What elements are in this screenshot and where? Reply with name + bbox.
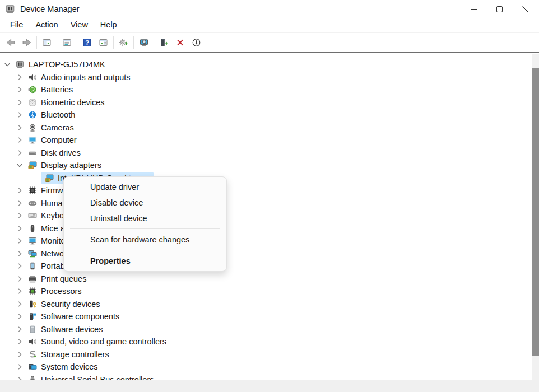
network-icon — [27, 249, 37, 258]
tree-row[interactable]: Storage controllers — [0, 348, 532, 361]
properties-window-icon[interactable] — [59, 35, 75, 50]
status-bar — [0, 380, 539, 392]
chevron-right-icon[interactable] — [15, 98, 24, 107]
tree-row[interactable]: Sound, video and game controllers — [0, 335, 532, 348]
storage-controller-icon — [27, 350, 37, 359]
chevron-right-icon[interactable] — [15, 236, 24, 245]
forward-arrow-icon[interactable] — [18, 35, 35, 50]
chevron-right-icon[interactable] — [15, 325, 24, 334]
chevron-right-icon[interactable] — [15, 85, 24, 94]
menu-view[interactable]: View — [64, 18, 94, 31]
gear-arrow-icon[interactable] — [115, 35, 132, 50]
display-adapter-icon — [44, 174, 54, 183]
chevron-right-icon[interactable] — [15, 312, 24, 321]
chevron-right-icon[interactable] — [15, 300, 24, 309]
tree-row[interactable]: Bluetooth — [0, 109, 532, 122]
chevron-right-icon[interactable] — [15, 136, 24, 144]
display-adapter-icon — [27, 161, 37, 170]
toolbar-separator — [36, 36, 37, 49]
toolbar-divider — [0, 52, 539, 53]
battery-icon — [27, 85, 37, 94]
device-manager-window: Device Manager FileActionViewHelp ? LAPT… — [0, 0, 539, 392]
keyboard-icon — [27, 211, 37, 220]
chevron-right-icon[interactable] — [15, 337, 24, 346]
menu-help[interactable]: Help — [94, 18, 123, 31]
chevron-right-icon[interactable] — [15, 375, 24, 380]
context-menu-item-update-driver[interactable]: Update driver — [64, 179, 226, 195]
chevron-right-icon[interactable] — [15, 186, 24, 195]
context-menu-item-scan-for-hardware-changes[interactable]: Scan for hardware changes — [64, 232, 226, 248]
chevron-right-icon[interactable] — [15, 199, 24, 208]
menu-file[interactable]: File — [4, 18, 29, 31]
tree-row[interactable]: Software components — [0, 310, 532, 323]
tree-row[interactable]: Biometric devices — [0, 96, 532, 109]
maximize-button-icon[interactable] — [486, 0, 512, 18]
monitor-icon — [27, 236, 37, 245]
menu-bar: FileActionViewHelp — [0, 18, 539, 33]
tree-row[interactable]: Audio inputs and outputs — [0, 71, 532, 84]
chevron-right-icon[interactable] — [15, 262, 24, 270]
tree-row[interactable]: System devices — [0, 361, 532, 374]
toolbar: ? — [0, 33, 539, 52]
monitor-icon — [27, 136, 37, 144]
chevron-right-icon[interactable] — [15, 274, 24, 283]
chevron-down-icon[interactable] — [15, 161, 24, 170]
tree-row[interactable]: Display adapters — [0, 159, 532, 172]
show-console-tree-icon[interactable] — [39, 35, 55, 50]
chevron-right-icon[interactable] — [15, 211, 24, 220]
tree-row[interactable]: Security devices — [0, 298, 532, 311]
tree-row[interactable]: Software devices — [0, 323, 532, 336]
tree-row[interactable]: Processors — [0, 285, 532, 298]
show-action-pane-icon[interactable] — [95, 35, 111, 50]
chevron-right-icon[interactable] — [15, 123, 24, 132]
computer-search-icon[interactable] — [136, 35, 152, 50]
disk-icon — [27, 148, 37, 157]
back-arrow-icon[interactable] — [2, 35, 18, 50]
camera-icon — [27, 123, 37, 132]
menu-action[interactable]: Action — [29, 18, 64, 31]
vertical-scrollbar[interactable] — [532, 54, 539, 380]
chevron-right-icon[interactable] — [15, 249, 24, 258]
context-menu-item-properties[interactable]: Properties — [64, 253, 226, 269]
tree-row[interactable]: Print queues — [0, 273, 532, 286]
tree-item-label: Audio inputs and outputs — [41, 73, 131, 82]
update-driver-icon[interactable] — [156, 35, 172, 50]
software-component-icon — [27, 312, 37, 321]
scrollbar-thumb[interactable] — [532, 68, 539, 356]
tree-item-label: Cameras — [41, 123, 74, 132]
tree-item-label: Bluetooth — [41, 110, 75, 119]
tree-row[interactable]: LAPTOP-GJ57D4MK — [0, 58, 532, 71]
context-menu-item-disable-device[interactable]: Disable device — [64, 195, 226, 211]
uninstall-red-x-icon[interactable] — [172, 35, 188, 50]
tree-row[interactable]: Cameras — [0, 122, 532, 134]
bluetooth-icon — [27, 110, 37, 119]
help-icon[interactable]: ? — [79, 35, 95, 50]
tree-row[interactable]: Universal Serial Bus controllers — [0, 374, 532, 380]
chevron-right-icon[interactable] — [15, 148, 24, 157]
printer-icon — [27, 274, 37, 283]
close-button-icon[interactable] — [512, 0, 538, 18]
chevron-right-icon[interactable] — [15, 287, 24, 296]
software-device-icon — [27, 325, 37, 334]
context-menu: Update driverDisable deviceUninstall dev… — [63, 176, 227, 272]
chevron-right-icon[interactable] — [15, 224, 24, 233]
minimize-button-icon[interactable] — [461, 0, 486, 18]
chevron-down-icon[interactable] — [3, 60, 12, 69]
chevron-right-icon[interactable] — [15, 110, 24, 119]
tree-item-label: Batteries — [41, 85, 73, 94]
chevron-right-icon[interactable] — [15, 362, 24, 371]
biometric-icon — [27, 98, 37, 107]
disable-down-arrow-icon[interactable] — [188, 35, 205, 50]
toolbar-separator — [113, 36, 114, 49]
chevron-right-icon[interactable] — [15, 350, 24, 359]
mouse-icon — [27, 224, 37, 233]
context-menu-item-uninstall-device[interactable]: Uninstall device — [64, 211, 226, 226]
tree-row[interactable]: Disk drives — [0, 147, 532, 160]
firmware-icon — [27, 186, 37, 195]
portable-device-icon — [27, 262, 37, 270]
tree-row[interactable]: Batteries — [0, 83, 532, 96]
chevron-right-icon[interactable] — [15, 73, 24, 82]
toolbar-separator — [133, 36, 134, 49]
tree-row[interactable]: Computer — [0, 134, 532, 147]
tree-item-label: Disk drives — [41, 148, 81, 157]
